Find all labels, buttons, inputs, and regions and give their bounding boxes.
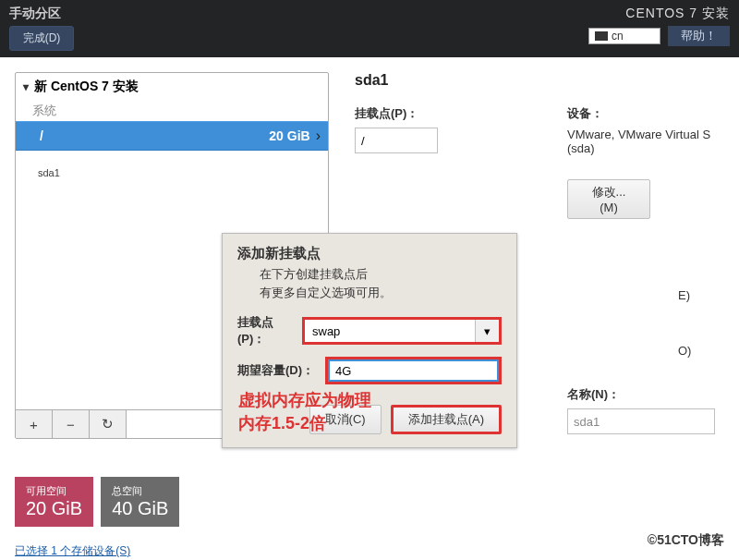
partition-size: 20 GiB (269, 128, 309, 143)
name-label: 名称(N)： (567, 386, 715, 403)
annotation-text: 虚拟内存应为物理 内存1.5-2倍 (238, 389, 371, 435)
modify-device-button[interactable]: 修改...(M) (567, 179, 650, 219)
device-info: VMware, VMware Virtual S (sda) (567, 128, 724, 155)
installer-title: CENTOS 7 安装 (625, 6, 730, 22)
system-label: 系统 (16, 101, 328, 121)
dialog-subtitle-2: 有更多自定义选项可用。 (223, 285, 516, 303)
keyboard-icon (595, 31, 608, 41)
dialog-mount-input[interactable] (305, 320, 475, 342)
total-space-value: 40 GiB (112, 498, 168, 519)
capacity-hotkey: E) (678, 288, 690, 302)
total-space-label: 总空间 (112, 484, 168, 498)
dialog-title: 添加新挂载点 (223, 234, 516, 266)
mount-path: / (23, 128, 43, 143)
reload-button[interactable]: ↻ (90, 410, 127, 438)
mount-point-input[interactable] (355, 128, 438, 153)
available-space-box: 可用空间 20 GiB (15, 477, 93, 527)
done-button[interactable]: 完成(D) (9, 26, 74, 51)
chevron-right-icon: › (316, 128, 321, 144)
triangle-down-icon: ▾ (484, 324, 491, 338)
fs-hotkey: O) (678, 344, 691, 358)
watermark: ©51CTO博客 (644, 530, 728, 551)
mount-point-label: 挂载点(P)： (355, 105, 438, 122)
page-title: 手动分区 (9, 6, 74, 22)
language-code: cn (612, 30, 624, 43)
device-name: sda1 (38, 167, 60, 178)
device-heading-label: 设备： (567, 105, 724, 122)
help-button[interactable]: 帮助！ (668, 26, 730, 46)
remove-partition-button[interactable]: − (53, 410, 90, 438)
dialog-confirm-button[interactable]: 添加挂载点(A) (391, 405, 502, 434)
add-partition-button[interactable]: + (16, 410, 53, 438)
available-space-label: 可用空间 (26, 484, 82, 498)
storage-devices-link[interactable]: 已选择 1 个存储设备(S) (15, 543, 179, 559)
total-space-box: 总空间 40 GiB (101, 477, 179, 527)
selected-device-title: sda1 (355, 72, 724, 89)
dialog-capacity-input[interactable] (328, 359, 499, 382)
language-selector[interactable]: cn (588, 28, 660, 44)
available-space-value: 20 GiB (26, 498, 82, 519)
install-heading[interactable]: ▾ 新 CentOS 7 安装 (16, 73, 328, 101)
dialog-subtitle-1: 在下方创建挂载点后 (223, 266, 516, 285)
dialog-mount-label: 挂载点(P)： (237, 314, 293, 347)
partition-row-root[interactable]: / sda1 20 GiB › (16, 121, 328, 151)
name-input[interactable] (567, 408, 715, 434)
dialog-mount-combo[interactable]: ▾ (302, 317, 502, 345)
chevron-down-icon: ▾ (23, 80, 29, 93)
dialog-capacity-label: 期望容量(D)： (237, 362, 316, 379)
dropdown-toggle-button[interactable]: ▾ (475, 320, 499, 342)
